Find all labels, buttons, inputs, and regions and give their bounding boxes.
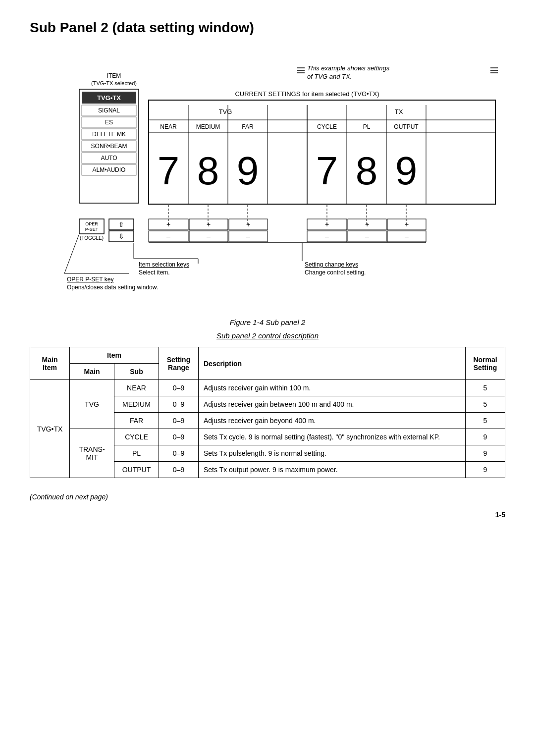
cell-normal-medium: 5 [466, 396, 505, 413]
plus-1: + [166, 220, 170, 228]
minus-3: – [246, 232, 250, 240]
plus-3: + [246, 220, 250, 228]
header-item-main: Main [70, 364, 114, 380]
cell-item-sub-medium: MEDIUM [114, 396, 159, 413]
oper-pset-key-sub: Opens/closes data setting window. [67, 284, 158, 291]
cell-item-sub-far: FAR [114, 413, 159, 429]
item-sel-keys-label: Item selection keys [139, 261, 189, 268]
menu-delete-mk: DELETE MK [92, 131, 126, 138]
cell-item-sub-output: OUTPUT [114, 462, 159, 478]
menu-es: ES [105, 119, 113, 126]
note-line2: of TVG and TX. [307, 73, 352, 80]
table-row: TRANS-MIT CYCLE 0–9 Sets Tx cycle. 9 is … [30, 429, 505, 445]
continued-text: (Continued on next page) [30, 493, 505, 501]
sub-near: NEAR [160, 123, 177, 130]
item-sel-keys-sub: Select item. [139, 269, 170, 276]
cell-item-sub-cycle: CYCLE [114, 429, 159, 445]
plus-4: + [325, 220, 329, 228]
cell-setting-far: 0–9 [159, 413, 199, 429]
diagram-area: This example shows settings of TVG and T… [30, 51, 505, 308]
sub-pl: PL [363, 123, 371, 130]
setting-change-label: Setting change keys [305, 261, 358, 268]
oper-pset-label2: P-SET [85, 227, 99, 232]
cell-item-main-tvg: TVG [70, 380, 114, 429]
minus-2: – [207, 232, 211, 240]
cell-setting-medium: 0–9 [159, 396, 199, 413]
cell-desc-cycle: Sets Tx cycle. 9 is normal setting (fast… [199, 429, 466, 445]
cell-item-main-transmit: TRANS-MIT [70, 429, 114, 478]
cell-normal-near: 5 [466, 380, 505, 396]
oper-pset-key-label: OPER P-SET key [67, 276, 113, 283]
cell-normal-cycle: 9 [466, 429, 505, 445]
toggle-label: (TOGGLE) [80, 235, 104, 241]
tvg-group-label: TVG [219, 108, 232, 115]
tx-value-cycle: 7 [316, 149, 338, 193]
svg-line-51 [64, 234, 79, 273]
oper-pset-label: OPER [85, 221, 98, 226]
cell-normal-output: 9 [466, 462, 505, 478]
minus-1: – [166, 232, 170, 240]
item-label: ITEM [107, 72, 121, 79]
plus-6: + [405, 220, 409, 228]
header-item-sub: Sub [114, 364, 159, 380]
page-number: 1-5 [30, 511, 505, 519]
header-description: Description [199, 347, 466, 380]
note-line1: This example shows settings [307, 64, 390, 72]
table-row: TVG•TX TVG NEAR 0–9 Adjusts receiver gai… [30, 380, 505, 396]
cell-desc-medium: Adjusts receiver gain between 100 m and … [199, 396, 466, 413]
cell-desc-near: Adjusts receiver gain within 100 m. [199, 380, 466, 396]
cell-item-sub-near: NEAR [114, 380, 159, 396]
setting-change-sub: Change control setting. [305, 269, 366, 276]
cell-desc-output: Sets Tx output power. 9 is maximum power… [199, 462, 466, 478]
cell-setting-pl: 0–9 [159, 445, 199, 462]
control-description-table: MainItem Item SettingRange Description N… [30, 347, 505, 478]
plus-2: + [207, 220, 211, 228]
tvg-value-medium: 8 [197, 149, 219, 193]
cell-main-item-tvgtx: TVG•TX [30, 380, 70, 478]
menu-signal: SIGNAL [98, 107, 120, 114]
plus-5: + [365, 220, 369, 228]
menu-sonr-beam: SONR•BEAM [91, 143, 127, 150]
down-arrow: ⇩ [118, 232, 124, 240]
cell-item-sub-pl: PL [114, 445, 159, 462]
current-settings-label: CURRENT SETTINGS for item selected (TVG•… [235, 90, 379, 98]
sub-far: FAR [242, 123, 254, 130]
header-normal-setting: NormalSetting [466, 347, 505, 380]
menu-tvg-tx: TVG•TX [97, 94, 121, 102]
header-main-item: MainItem [30, 347, 70, 380]
cell-desc-pl: Sets Tx pulselength. 9 is normal setting… [199, 445, 466, 462]
cell-desc-far: Adjusts receiver gain beyond 400 m. [199, 413, 466, 429]
table-caption: Sub panel 2 control description [30, 331, 505, 340]
menu-alm-audio: ALM•AUDIO [93, 166, 126, 173]
cell-setting-near: 0–9 [159, 380, 199, 396]
tx-value-output: 9 [395, 149, 418, 193]
page-title: Sub Panel 2 (data setting window) [30, 20, 505, 36]
tx-value-pl: 8 [356, 149, 378, 193]
menu-auto: AUTO [101, 155, 117, 162]
tx-group-label: TX [395, 108, 403, 115]
cell-setting-cycle: 0–9 [159, 429, 199, 445]
minus-6: – [405, 232, 409, 240]
sub-medium: MEDIUM [196, 123, 220, 130]
minus-5: – [365, 232, 369, 240]
sub-output: OUTPUT [394, 123, 419, 130]
header-item-group: Item [70, 347, 159, 364]
sub-cycle: CYCLE [317, 123, 337, 130]
cell-normal-far: 5 [466, 413, 505, 429]
item-sub-label: (TVG•TX selected) [91, 80, 137, 86]
tvg-value-far: 9 [237, 149, 259, 193]
minus-4: – [325, 232, 329, 240]
tvg-value-near: 7 [158, 149, 180, 193]
header-setting-range: SettingRange [159, 347, 199, 380]
cell-setting-output: 0–9 [159, 462, 199, 478]
panel-diagram-svg: This example shows settings of TVG and T… [30, 51, 505, 308]
figure-caption: Figure 1-4 Sub panel 2 [30, 318, 505, 326]
cell-normal-pl: 9 [466, 445, 505, 462]
up-arrow: ⇧ [118, 220, 124, 228]
